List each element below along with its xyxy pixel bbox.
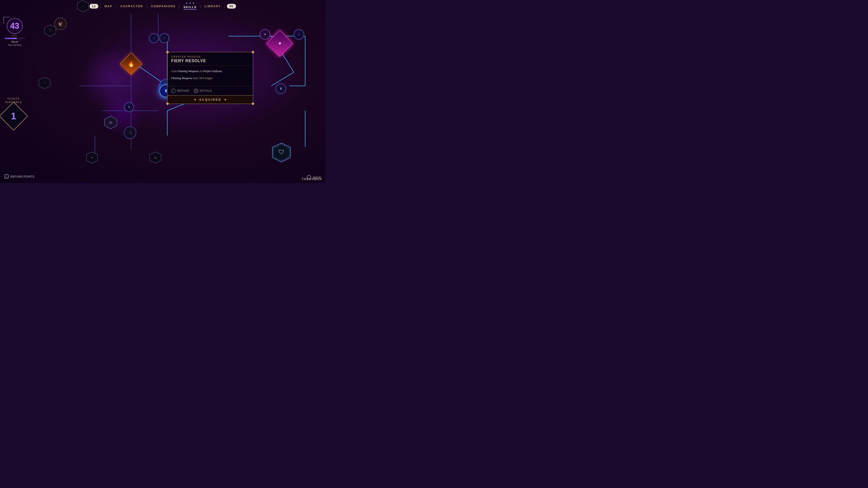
node-arrow-mid-right[interactable]: ⬇ (276, 84, 286, 94)
highlight-perfect-defense: Perfect Defense (203, 69, 222, 73)
skills-diamond-center: ◆ (189, 2, 191, 4)
svg-text:◎: ◎ (109, 121, 112, 124)
footer-acquired-label: ACQUIRED (199, 98, 221, 101)
node-bottom-center-icon: ☽ (129, 131, 132, 135)
shield-hex-svg: 🛡 (271, 142, 291, 163)
refund-action-button[interactable]: ✕ REFUND (171, 89, 189, 93)
watermark: ○ THEGAMER (302, 175, 322, 181)
tooltip-header: GREATER PASSIVE FIERY RESOLVE (167, 52, 253, 66)
tooltip-title: FIERY RESOLVE (171, 59, 249, 63)
details-action-button[interactable]: □ DETAILS (194, 89, 212, 93)
refund-points-button[interactable]: △ REFUND POINTS (4, 174, 34, 178)
tooltip-type: GREATER PASSIVE (171, 55, 249, 58)
node-top-center[interactable]: ↑ (160, 33, 169, 43)
tooltip-desc-1: Gain Flaming Weapons on Perfect Defense. (171, 69, 249, 74)
nav-sep-2: | (116, 4, 117, 8)
hex-mid-left-svg: ○ (38, 77, 51, 89)
highlight-flaming-weapons-1: Flaming Weapons (178, 69, 199, 73)
level-circle: 43 (7, 18, 23, 34)
nav-sep-3: | (147, 4, 147, 8)
svg-text:◈: ◈ (154, 156, 157, 159)
xp-bar (4, 38, 25, 39)
pink-diamond-icon: ✦ (278, 41, 282, 46)
nav-sep-6: | (224, 4, 225, 8)
svg-text:▽: ▽ (49, 29, 52, 32)
nav-item-library[interactable]: LIBRARY (203, 4, 222, 9)
fire-icon: 🔥 (128, 61, 134, 67)
nav-sep-5: | (200, 4, 201, 8)
refund-icon: ✕ (171, 89, 176, 93)
xp-bar-fill (4, 38, 17, 39)
triangle-icon: △ (4, 174, 8, 178)
tooltip-body: Gain Flaming Weapons on Perfect Defense.… (167, 66, 253, 86)
top-navigation: L1 | MAP | CHARACTER | COMPANIONS | ◆ ◆ … (0, 0, 326, 12)
hex-bottom-left-svg: ♦ (86, 151, 98, 164)
node-mid-left[interactable]: ⬆ (124, 102, 134, 112)
refund-action-label: REFUND (177, 89, 189, 92)
hex-left-svg: ◎ (104, 116, 118, 129)
node-arrow-upper-right-icon: ↓ (298, 33, 300, 36)
svg-text:○: ○ (43, 81, 45, 85)
details-icon: □ (194, 89, 198, 93)
nav-l1-button[interactable]: L1 (90, 4, 98, 8)
skills-diamond-right: ◆ (193, 2, 194, 4)
hex-bottom-center-svg: ◈ (149, 151, 162, 164)
nav-sep-1: | (100, 4, 101, 8)
points-panel: POINTS AVAILABLE 1 (3, 97, 24, 126)
tooltip-actions: ✕ REFUND □ DETAILS (167, 86, 253, 95)
node-heart-right[interactable]: ♥ (260, 29, 270, 39)
level-panel: 43 LVL "Rook" Tom de Riva (4, 18, 25, 46)
tooltip-panel: GREATER PASSIVE FIERY RESOLVE Gain Flami… (167, 52, 253, 104)
nav-sep-4: | (179, 4, 180, 8)
node-hex-mid-left[interactable]: ○ (38, 77, 51, 89)
node-top-right-icon: ↑ (153, 37, 155, 40)
nav-item-skills[interactable]: SKILLS (182, 4, 198, 11)
character-nickname: "Rook" (10, 40, 19, 43)
node-bottom-center[interactable]: ☽ (124, 127, 136, 139)
node-shield-hex[interactable]: 🛡 (271, 142, 291, 163)
skills-diamond-left: ◆ (186, 2, 187, 4)
nav-item-character[interactable]: CHARACTER (119, 4, 145, 9)
portrait-icon: 🦅 (58, 22, 63, 26)
node-hex-bottom-center[interactable]: ◈ (149, 151, 162, 164)
points-value: 1 (11, 111, 16, 122)
tooltip-desc-2: Flaming Weapons lasts 50% longer. (171, 76, 249, 80)
node-pink-diamond[interactable]: ✦ (270, 34, 289, 53)
fire-diamond-node[interactable]: 🔥 (123, 56, 139, 72)
refund-points-label: REFUND POINTS (10, 175, 34, 178)
details-action-label: DETAILS (199, 89, 212, 92)
character-realname: Tom de Riva (8, 43, 22, 46)
node-top-right[interactable]: ↑ (149, 33, 159, 43)
footer-arrow-left: ◄ (193, 98, 196, 101)
arrows-up-selected-icon: ⬆ (164, 89, 167, 93)
svg-text:🛡: 🛡 (278, 149, 284, 156)
node-hex-left[interactable]: ◎ (104, 116, 118, 129)
highlight-flaming-weapons-2: Flaming Weapons (171, 76, 192, 80)
nav-r1-button[interactable]: R1 (227, 4, 236, 8)
svg-text:♦: ♦ (91, 156, 93, 159)
node-top-center-icon: ↑ (164, 37, 165, 40)
nav-item-companions[interactable]: COMPANIONS (149, 4, 178, 9)
watermark-top: ○ (302, 175, 322, 177)
watermark-site: THEGAMER (302, 177, 322, 181)
node-mid-left-icon: ⬆ (128, 105, 130, 109)
node-arrow-mid-right-icon: ⬇ (280, 87, 282, 91)
node-hex-bottom-left[interactable]: ♦ (86, 151, 98, 164)
level-label: LVL (12, 34, 18, 37)
footer-arrow-right: ► (224, 98, 227, 101)
node-hex-upper-left[interactable]: ▽ (44, 24, 57, 37)
hex-upper-left-svg: ▽ (44, 24, 57, 37)
heart-icon: ♥ (264, 33, 266, 36)
node-arrow-upper-right[interactable]: ↓ (294, 29, 304, 39)
nav-item-map[interactable]: MAP (103, 4, 114, 9)
tooltip-footer: ◄ ACQUIRED ► (167, 95, 253, 104)
level-number: 43 (10, 21, 19, 31)
